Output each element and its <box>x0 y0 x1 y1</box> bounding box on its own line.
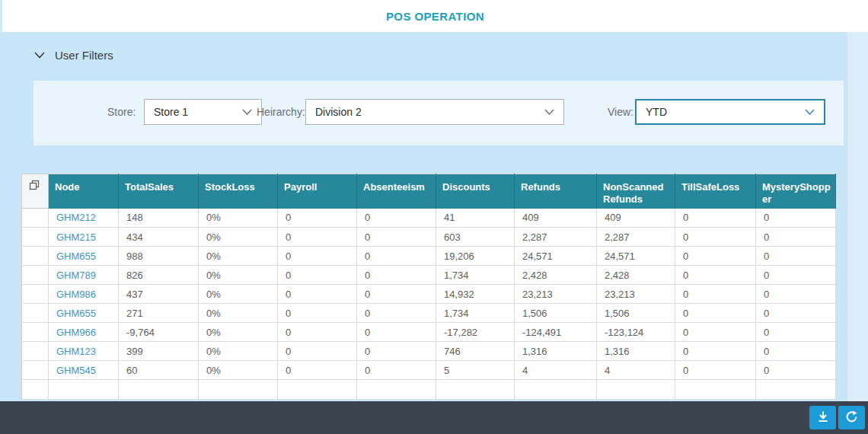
cell-refunds: 2,287 <box>515 228 597 247</box>
cell-node: GHM789 <box>49 266 119 285</box>
pos-operation-screen: POS OPERATION User Filters Store: Store … <box>0 0 868 434</box>
cell-stockloss: 0% <box>199 323 278 342</box>
chevron-down-icon <box>34 52 45 59</box>
row-selector[interactable] <box>22 304 49 323</box>
cell-payroll: 0 <box>278 285 357 304</box>
heirarchy-select[interactable]: Division 2 <box>305 99 564 125</box>
cell-absenteeism: 0 <box>357 228 436 247</box>
row-selector[interactable] <box>22 361 49 380</box>
column-header-node[interactable]: Node <box>49 174 119 209</box>
cell-payroll: 0 <box>278 247 357 266</box>
row-selector[interactable] <box>22 266 49 285</box>
column-header-mysteryshopper[interactable]: MysteryShopper <box>756 174 836 209</box>
cell-payroll: 0 <box>278 228 357 247</box>
view-label: View: <box>608 106 633 118</box>
store-select[interactable]: Store 1 <box>144 99 262 125</box>
cell-absenteeism: 0 <box>357 323 436 342</box>
app-header: POS OPERATION <box>0 0 868 32</box>
row-selector[interactable] <box>22 209 49 228</box>
empty-table-row <box>22 380 836 400</box>
table-row: GHM2121480%004140940900 <box>22 209 836 228</box>
column-header-stockloss[interactable]: StockLoss <box>199 174 278 209</box>
cell-absenteeism: 0 <box>357 342 436 361</box>
cell-tillsafeloss: 0 <box>675 304 756 323</box>
view-select-value: YTD <box>646 106 667 118</box>
empty-cell <box>515 380 597 400</box>
cell-refunds: 409 <box>515 209 597 228</box>
cell-tillsafeloss: 0 <box>675 361 756 380</box>
cell-absenteeism: 0 <box>357 304 436 323</box>
heirarchy-label: Heirarchy: <box>257 106 305 118</box>
column-header-nonscannedrefunds[interactable]: NonScannedRefunds <box>597 174 675 209</box>
table-row: GHM2154340%006032,2872,28700 <box>22 228 836 247</box>
cell-payroll: 0 <box>278 304 357 323</box>
cell-stockloss: 0% <box>199 228 278 247</box>
cell-mysteryshopper: 0 <box>756 285 836 304</box>
node-link[interactable]: GHM655 <box>56 251 96 262</box>
table-row: GHM545600%0054400 <box>22 361 836 380</box>
row-selector[interactable] <box>22 247 49 266</box>
cell-nonscannedrefunds: 1,506 <box>597 304 675 323</box>
cell-tillsafeloss: 0 <box>675 266 756 285</box>
column-header-payroll[interactable]: Payroll <box>278 174 357 209</box>
row-selector[interactable] <box>22 228 49 247</box>
cell-node: GHM212 <box>49 209 119 228</box>
column-header-tillsafeloss[interactable]: TillSafeLoss <box>675 174 756 209</box>
node-link[interactable]: GHM215 <box>56 231 96 243</box>
cell-discounts: 19,206 <box>436 247 515 266</box>
cell-absenteeism: 0 <box>357 209 436 228</box>
chevron-down-icon <box>242 109 252 115</box>
column-header-absenteeism[interactable]: Absenteeism <box>357 174 436 209</box>
cell-totalsales: 434 <box>119 228 199 247</box>
cell-refunds: 4 <box>515 361 597 380</box>
cell-node: GHM655 <box>49 304 119 323</box>
cell-absenteeism: 0 <box>357 361 436 380</box>
cell-refunds: 1,506 <box>515 304 597 323</box>
node-link[interactable]: GHM212 <box>56 212 96 223</box>
row-selector[interactable] <box>22 323 49 342</box>
column-header-discounts[interactable]: Discounts <box>436 174 515 209</box>
empty-cell <box>756 380 836 400</box>
cell-discounts: 746 <box>436 342 515 361</box>
cell-node: GHM655 <box>49 247 119 266</box>
cell-nonscannedrefunds: 24,571 <box>597 247 675 266</box>
table-row: GHM6552710%001,7341,5061,50600 <box>22 304 836 323</box>
table-row: GHM6559880%0019,20624,57124,57100 <box>22 247 836 266</box>
cell-totalsales: 826 <box>119 266 199 285</box>
node-link[interactable]: GHM789 <box>56 270 96 281</box>
cell-node: GHM123 <box>49 342 119 361</box>
node-link[interactable]: GHM655 <box>56 308 96 319</box>
cell-nonscannedrefunds: -123,124 <box>597 323 675 342</box>
page-title: POS OPERATION <box>386 10 484 23</box>
row-selector[interactable] <box>22 342 49 361</box>
view-select[interactable]: YTD <box>635 99 825 125</box>
cell-stockloss: 0% <box>199 342 278 361</box>
cell-payroll: 0 <box>278 342 357 361</box>
node-link[interactable]: GHM123 <box>56 346 96 357</box>
column-header-totalsales[interactable]: TotalSales <box>119 174 199 209</box>
node-link[interactable]: GHM986 <box>56 289 96 300</box>
cell-refunds: 23,213 <box>515 285 597 304</box>
table-row: GHM7898260%001,7342,4282,42800 <box>22 266 836 285</box>
cell-discounts: 41 <box>436 209 515 228</box>
table-settings-icon[interactable] <box>22 174 49 209</box>
user-filters-section-header[interactable]: User Filters <box>34 49 113 62</box>
refresh-button[interactable] <box>838 406 865 429</box>
column-header-refunds[interactable]: Refunds <box>515 174 597 209</box>
row-selector[interactable] <box>22 285 49 304</box>
empty-cell <box>357 380 436 400</box>
cell-node: GHM545 <box>49 361 119 380</box>
cell-discounts: 1,734 <box>436 266 515 285</box>
pos-data-table: NodeTotalSalesStockLossPayrollAbsenteeis… <box>21 174 836 400</box>
empty-cell <box>22 380 49 400</box>
table-header-row: NodeTotalSalesStockLossPayrollAbsenteeis… <box>22 174 836 209</box>
cell-absenteeism: 0 <box>357 285 436 304</box>
download-button[interactable] <box>809 406 836 429</box>
empty-cell <box>436 380 515 400</box>
empty-cell <box>597 380 675 400</box>
cell-node: GHM215 <box>49 228 119 247</box>
node-link[interactable]: GHM966 <box>56 327 96 338</box>
cell-payroll: 0 <box>278 209 357 228</box>
node-link[interactable]: GHM545 <box>56 365 96 376</box>
cell-nonscannedrefunds: 4 <box>597 361 675 380</box>
